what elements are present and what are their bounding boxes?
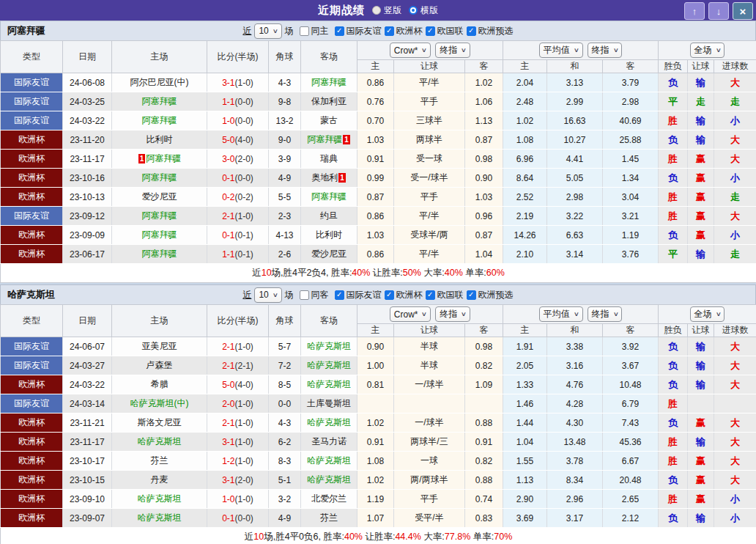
- bookmaker-select[interactable]: Crow* ∨: [390, 43, 431, 58]
- date-cell: 24-06-07: [63, 337, 112, 356]
- date-cell: 24-03-25: [63, 92, 112, 111]
- league-filters: ✓国际友谊✓欧洲杯✓欧国联✓欧洲预选: [332, 25, 514, 37]
- result-text: 小: [730, 493, 740, 504]
- home-team-cell: 哈萨克斯坦: [112, 509, 207, 528]
- checkbox-icon[interactable]: [300, 26, 309, 36]
- result-text: 负: [668, 229, 678, 240]
- radio-selected-icon[interactable]: [409, 6, 418, 15]
- odds-away-cell: [465, 394, 503, 413]
- avg-away-cell: 1.34: [603, 169, 659, 188]
- layout-option-horizontal[interactable]: 横版: [409, 4, 438, 17]
- league-filter[interactable]: ✓欧国联: [426, 25, 464, 37]
- layout-option-vertical[interactable]: 竖版: [372, 4, 401, 17]
- match-scope-select[interactable]: 全场 ∨: [690, 43, 725, 58]
- odds-stage-select[interactable]: 终指 ∨: [435, 43, 470, 58]
- corner-cell: 6-2: [269, 433, 301, 452]
- league-filter[interactable]: ✓国际友谊: [335, 25, 382, 37]
- result-goals-cell: 小: [714, 111, 756, 131]
- team-label: 阿塞拜疆: [142, 229, 177, 240]
- checkbox-icon[interactable]: ✓: [385, 26, 394, 36]
- col-avg-away: 客: [603, 324, 659, 337]
- fulltime-score: 3-1: [222, 437, 234, 447]
- odds-away-cell: 0.98: [465, 150, 503, 169]
- away-team-cell: 哈萨克斯坦: [301, 413, 357, 433]
- checkbox-icon[interactable]: ✓: [335, 290, 344, 300]
- near-label[interactable]: 近: [242, 25, 251, 37]
- home-team-cell: 芬兰: [112, 452, 207, 471]
- average-select[interactable]: 平均值 ∨: [539, 43, 583, 58]
- avg-draw-cell: 6.63: [547, 226, 603, 245]
- average-select-value: 平均值: [544, 44, 570, 56]
- match-count-select[interactable]: 10 ∨: [254, 287, 281, 303]
- checkbox-icon[interactable]: ✓: [385, 290, 394, 300]
- chevron-down-icon: ∨: [612, 311, 618, 317]
- move-up-button[interactable]: ↑: [684, 2, 705, 20]
- league-cell: 欧洲杯: [1, 131, 63, 150]
- radio-icon[interactable]: [372, 6, 381, 15]
- result-outcome-cell: 胜: [659, 207, 688, 226]
- col-odds-home: 主: [357, 324, 394, 337]
- bookmaker-select[interactable]: Crow* ∨: [390, 306, 431, 322]
- checkbox-icon[interactable]: ✓: [467, 26, 476, 36]
- match-scope-select[interactable]: 全场 ∨: [690, 306, 725, 322]
- result-handicap-cell: 赢: [688, 490, 714, 509]
- match-count-select[interactable]: 10 ∨: [254, 23, 281, 39]
- away-team-cell: 阿塞拜疆1: [301, 131, 357, 150]
- match-row: 国际友谊24-06-07亚美尼亚2-1(1-0)5-7哈萨克斯坦0.90半球0.…: [1, 337, 756, 356]
- checkbox-icon[interactable]: ✓: [426, 26, 435, 36]
- checkbox-icon[interactable]: ✓: [426, 290, 435, 300]
- near-label[interactable]: 近: [242, 289, 251, 301]
- corner-cell: 5-5: [269, 188, 301, 207]
- league-filter[interactable]: ✓欧国联: [426, 289, 464, 301]
- checkbox-icon[interactable]: ✓: [335, 26, 344, 36]
- league-filter[interactable]: ✓欧洲预选: [467, 289, 514, 301]
- league-filter[interactable]: ✓欧洲杯: [385, 25, 423, 37]
- same-venue-filter[interactable]: 同客: [300, 289, 329, 301]
- match-row: 欧洲杯23-09-10哈萨克斯坦1-0(1-0)3-2北爱尔兰1.19平手0.7…: [1, 490, 756, 509]
- league-cell: 欧洲杯: [1, 169, 63, 188]
- fulltime-score: 3-1: [222, 475, 234, 485]
- league-filter[interactable]: ✓欧洲杯: [385, 289, 423, 301]
- same-venue-filter[interactable]: 同主: [300, 25, 329, 37]
- move-down-button[interactable]: ↓: [708, 2, 729, 20]
- avg-home-cell: 2.52: [503, 188, 547, 207]
- avg-away-cell: 10.48: [603, 375, 659, 394]
- match-row: 欧洲杯23-11-21斯洛文尼亚2-1(1-0)4-3哈萨克斯坦1.02一/球半…: [1, 413, 756, 433]
- avg-home-cell: 2.48: [503, 92, 547, 111]
- team-label: 阿塞拜疆: [311, 191, 346, 202]
- avg-home-cell: 1.02: [503, 111, 547, 131]
- score-cell: 1-0(1-0): [207, 490, 269, 509]
- result-text: 输: [696, 134, 705, 145]
- odds-stage-select[interactable]: 终指 ∨: [435, 306, 470, 322]
- odds-home-cell: 0.90: [357, 337, 394, 356]
- result-goals-cell: 走: [714, 245, 756, 264]
- odds-away-cell: 0.88: [465, 471, 503, 490]
- checkbox-icon[interactable]: ✓: [467, 290, 476, 300]
- away-team-cell: 保加利亚: [301, 92, 357, 111]
- league-filter[interactable]: ✓欧洲预选: [467, 25, 514, 37]
- fulltime-score: 0-1: [222, 230, 234, 240]
- average-select[interactable]: 平均值 ∨: [539, 306, 583, 322]
- odds-away-cell: 0.88: [465, 413, 503, 433]
- average-stage-select[interactable]: 终指 ∨: [588, 306, 623, 322]
- window-buttons: ↑ ↓ ×: [684, 2, 753, 20]
- halftime-score: (4-0): [235, 135, 253, 145]
- result-text: 输: [696, 77, 705, 88]
- odds-handicap-cell: 受一/球半: [394, 169, 465, 188]
- halftime-score: (1-0): [235, 211, 253, 221]
- summary-segment: 大率:: [421, 532, 445, 542]
- odds-home-cell: 1.03: [357, 226, 394, 245]
- date-cell: 23-09-10: [63, 490, 112, 509]
- avg-away-cell: 3.79: [603, 73, 659, 92]
- average-stage-select[interactable]: 终指 ∨: [588, 43, 623, 58]
- league-cell: 欧洲杯: [1, 375, 63, 394]
- checkbox-icon[interactable]: [300, 290, 309, 300]
- result-outcome-cell: 负: [659, 169, 688, 188]
- col-avg-away: 客: [603, 60, 659, 73]
- close-button[interactable]: ×: [733, 2, 753, 20]
- league-filter[interactable]: ✓国际友谊: [335, 289, 382, 301]
- away-team-cell: 瑞典: [301, 150, 357, 169]
- date-cell: 23-06-17: [63, 245, 112, 264]
- result-goals-cell: 大: [714, 433, 756, 452]
- date-cell: 24-03-27: [63, 356, 112, 375]
